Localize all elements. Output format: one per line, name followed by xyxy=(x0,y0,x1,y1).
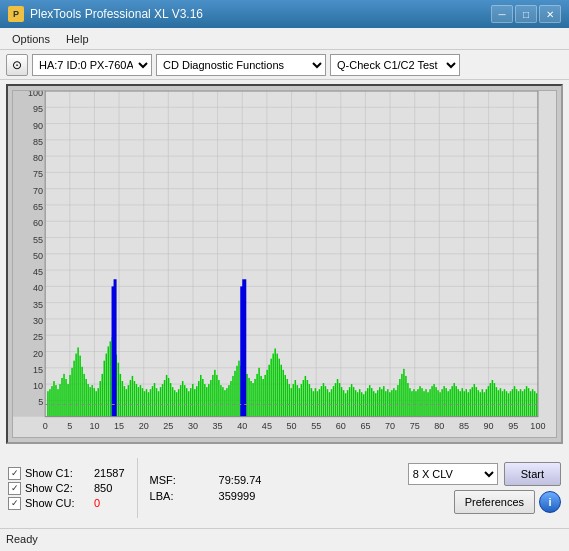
menu-help[interactable]: Help xyxy=(58,28,97,49)
svg-rect-176 xyxy=(232,376,234,417)
svg-rect-220 xyxy=(321,386,323,417)
svg-rect-155 xyxy=(190,388,192,416)
svg-rect-247 xyxy=(375,393,377,416)
svg-rect-270 xyxy=(421,388,423,416)
svg-rect-150 xyxy=(180,385,182,417)
svg-text:45: 45 xyxy=(262,421,272,431)
svg-rect-120 xyxy=(120,374,122,417)
svg-rect-90 xyxy=(59,384,61,417)
svg-rect-124 xyxy=(128,385,130,417)
svg-rect-236 xyxy=(353,387,355,417)
svg-rect-126 xyxy=(132,376,134,417)
svg-text:50: 50 xyxy=(33,251,43,261)
speed-select[interactable]: 8 X CLV4 X CLV2 X CLV1 X CLV xyxy=(408,463,498,485)
svg-rect-255 xyxy=(391,390,393,416)
svg-rect-138 xyxy=(156,388,158,416)
msf-row: MSF: 79:59.74 xyxy=(150,474,262,486)
svg-rect-264 xyxy=(409,388,411,416)
svg-text:5: 5 xyxy=(67,421,72,431)
minimize-button[interactable]: ─ xyxy=(491,5,513,23)
menu-options[interactable]: Options xyxy=(4,28,58,49)
svg-rect-172 xyxy=(224,390,226,416)
info-button[interactable]: i xyxy=(539,491,561,513)
right-controls: 8 X CLV4 X CLV2 X CLV1 X CLV Start Prefe… xyxy=(408,462,561,514)
svg-rect-242 xyxy=(365,391,367,416)
stats-column: ✓ Show C1: 21587 ✓ Show C2: 850 ✓ Show C… xyxy=(8,467,125,510)
svg-text:40: 40 xyxy=(237,421,247,431)
svg-rect-311 xyxy=(504,389,506,416)
svg-text:60: 60 xyxy=(336,421,346,431)
maximize-button[interactable]: □ xyxy=(515,5,537,23)
msf-label: MSF: xyxy=(150,474,215,486)
preferences-button[interactable]: Preferences xyxy=(454,490,535,514)
svg-rect-260 xyxy=(401,374,403,417)
svg-rect-108 xyxy=(95,391,97,416)
svg-rect-214 xyxy=(309,384,311,417)
svg-rect-170 xyxy=(220,385,222,417)
svg-rect-248 xyxy=(377,390,379,416)
svg-rect-304 xyxy=(490,383,492,417)
svg-rect-313 xyxy=(508,393,510,416)
title-bar: P PlexTools Professional XL V3.16 ─ □ ✕ xyxy=(0,0,569,28)
svg-rect-84 xyxy=(47,391,49,416)
svg-text:40: 40 xyxy=(33,283,43,293)
svg-rect-164 xyxy=(208,384,210,417)
test-select[interactable]: Q-Check C1/C2 Test xyxy=(330,54,460,76)
c2-label: Show C2: xyxy=(25,482,90,494)
chart-inner: 100 95 90 85 80 75 70 65 60 55 50 45 40 … xyxy=(12,90,557,438)
svg-text:100: 100 xyxy=(28,91,43,98)
drive-select[interactable]: HA:7 ID:0 PX-760A xyxy=(32,54,152,76)
svg-rect-239 xyxy=(359,389,361,416)
c2-checkbox[interactable]: ✓ xyxy=(8,482,21,495)
svg-rect-121 xyxy=(122,381,124,417)
svg-text:35: 35 xyxy=(213,421,223,431)
msf-value: 79:59.74 xyxy=(219,474,262,486)
bottom-panel: ✓ Show C1: 21587 ✓ Show C2: 850 ✓ Show C… xyxy=(0,448,569,528)
cu-row: ✓ Show CU: 0 xyxy=(8,497,125,510)
svg-rect-109 xyxy=(97,388,99,416)
svg-rect-106 xyxy=(91,385,93,417)
svg-rect-103 xyxy=(85,379,87,417)
svg-rect-301 xyxy=(484,392,486,416)
svg-rect-322 xyxy=(526,386,528,417)
window-controls: ─ □ ✕ xyxy=(491,5,561,23)
c1-checkbox[interactable]: ✓ xyxy=(8,467,21,480)
svg-rect-234 xyxy=(349,387,351,417)
lba-row: LBA: 359999 xyxy=(150,490,262,502)
svg-rect-323 xyxy=(528,388,530,416)
svg-rect-146 xyxy=(172,387,174,417)
svg-rect-268 xyxy=(417,389,419,416)
svg-rect-320 xyxy=(522,391,524,416)
svg-rect-142 xyxy=(164,380,166,417)
svg-rect-233 xyxy=(347,390,349,416)
svg-rect-194 xyxy=(268,365,270,417)
svg-rect-141 xyxy=(162,384,164,417)
svg-rect-290 xyxy=(461,388,463,416)
svg-rect-308 xyxy=(498,390,500,416)
svg-rect-148 xyxy=(176,392,178,416)
function-select[interactable]: CD Diagnostic Functions xyxy=(156,54,326,76)
svg-rect-282 xyxy=(445,388,447,416)
svg-rect-178 xyxy=(236,366,238,417)
svg-rect-188 xyxy=(256,374,258,417)
start-button[interactable]: Start xyxy=(504,462,561,486)
cu-checkbox[interactable]: ✓ xyxy=(8,497,21,510)
close-button[interactable]: ✕ xyxy=(539,5,561,23)
svg-rect-229 xyxy=(339,383,341,417)
svg-rect-169 xyxy=(218,380,220,417)
svg-rect-96 xyxy=(71,368,73,417)
svg-text:85: 85 xyxy=(459,421,469,431)
toolbar: ⊙ HA:7 ID:0 PX-760A CD Diagnostic Functi… xyxy=(0,50,569,80)
svg-rect-230 xyxy=(341,387,343,417)
svg-rect-110 xyxy=(99,381,101,417)
svg-rect-297 xyxy=(476,387,478,417)
svg-rect-212 xyxy=(305,376,307,417)
svg-rect-263 xyxy=(407,383,409,417)
svg-rect-157 xyxy=(194,389,196,416)
svg-rect-140 xyxy=(160,387,162,417)
svg-text:80: 80 xyxy=(434,421,444,431)
svg-rect-104 xyxy=(87,384,89,417)
svg-rect-295 xyxy=(472,387,474,417)
svg-rect-228 xyxy=(337,379,339,417)
drive-icon-button[interactable]: ⊙ xyxy=(6,54,28,76)
